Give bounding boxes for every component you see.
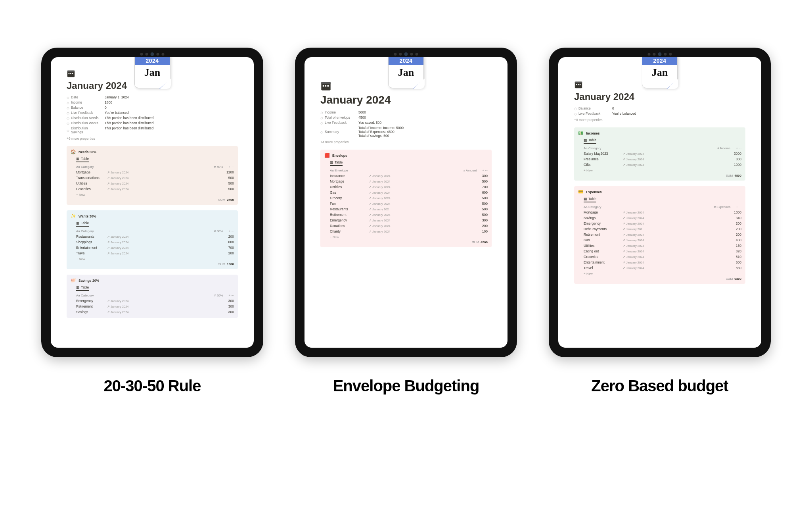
table-row[interactable]: Fun↗ January 2024500: [324, 201, 488, 206]
table-row[interactable]: Gifts↗ January 20241000: [578, 162, 741, 167]
envelope-icon: 🟥: [324, 153, 330, 158]
property-row[interactable]: ◇Balance0: [67, 106, 238, 110]
table-row[interactable]: Mortgage↗ January 20241300: [578, 210, 741, 215]
wants-heading: Wants 30%: [79, 214, 96, 218]
more-properties-toggle[interactable]: +6 more properties: [67, 137, 238, 140]
table-view-tab[interactable]: ▦ Table: [76, 156, 89, 162]
table-row[interactable]: Retirement↗ January 2024300: [71, 304, 234, 309]
table-row[interactable]: Grocery↗ January 2024500: [324, 195, 488, 201]
table-view-tab[interactable]: ▦ Table: [584, 137, 596, 144]
table-row[interactable]: Groceries↗ January 2024810: [578, 254, 741, 260]
property-row[interactable]: ◇Distribution WantsThis portion has been…: [67, 121, 238, 125]
svg-rect-6: [321, 82, 330, 84]
table-row[interactable]: Entertainment↗ January 2024600: [578, 260, 741, 265]
caption-3: Zero Based budget: [591, 377, 728, 395]
svg-rect-13: [578, 84, 579, 85]
table-row[interactable]: Donations↗ January 2024200: [324, 223, 488, 229]
table-row[interactable]: Groceries↗ January 2024500: [71, 186, 234, 192]
calendar-month: Jan: [135, 65, 170, 79]
savings-heading: Savings 20%: [79, 279, 99, 283]
more-properties-toggle[interactable]: +8 more properties: [574, 118, 745, 122]
incomes-panel: 💵Incomes ▦ Table Aa Category# Income+ ··…: [574, 127, 745, 181]
table-row[interactable]: Emergency↗ January 2024300: [324, 217, 488, 223]
table-row[interactable]: Restaurants↗ January 202500: [324, 206, 488, 212]
caption-1: 20-30-50 Rule: [104, 377, 201, 395]
svg-rect-9: [327, 85, 329, 87]
screen-1[interactable]: 2024 Jan January 2024 ◇DateJanuary 1, 20…: [51, 57, 254, 348]
more-properties-toggle[interactable]: +4 more properties: [320, 140, 492, 144]
svg-rect-3: [70, 73, 71, 74]
svg-rect-2: [69, 73, 70, 74]
table-row[interactable]: Mortgage↗ January 2024500: [324, 179, 488, 184]
svg-rect-1: [67, 71, 75, 72]
property-row[interactable]: ◇SummaryTotal of Income: Income: 5000Tot…: [320, 126, 492, 138]
screen-3[interactable]: 2024 Jan January 2024 ◇Balance0◇Live Fee…: [558, 57, 761, 348]
table-row[interactable]: Mortgage↗ January 20241200: [71, 169, 234, 175]
savings-panel: 🐖Savings 20% ▦ Table Aa Category# 20%+ ·…: [67, 275, 238, 318]
table-row[interactable]: Utilities↗ January 2024150: [578, 243, 741, 248]
table-row[interactable]: Travel↗ January 2024200: [71, 250, 234, 256]
table-row[interactable]: Freelance↗ January 2024800: [578, 156, 741, 162]
add-row[interactable]: + New: [71, 192, 234, 196]
piggy-icon: 🐖: [71, 278, 76, 283]
property-row[interactable]: ◇Live FeedbackYou saved: 500: [320, 121, 492, 125]
wants-panel: ✨Wants 30% ▦ Table Aa Category# 30%+ ···…: [67, 210, 238, 269]
table-row[interactable]: Insurance↗ January 2024300: [324, 173, 488, 179]
table-header: Aa Category# 20%+ ···: [71, 292, 234, 298]
table-row[interactable]: Travel↗ January 2024830: [578, 265, 741, 271]
svg-rect-14: [580, 84, 581, 85]
table-row[interactable]: Emergency↗ January 2024200: [578, 221, 741, 226]
table-row[interactable]: Emergency↗ January 2024300: [71, 298, 234, 304]
property-row[interactable]: ◇Distribution SavingsThis portion has be…: [67, 126, 238, 134]
house-icon: 🏠: [71, 149, 76, 154]
table-view-tab[interactable]: ▦ Table: [584, 196, 596, 202]
svg-rect-4: [72, 73, 73, 74]
add-row[interactable]: + New: [324, 234, 488, 239]
add-row[interactable]: + New: [578, 271, 741, 275]
table-row[interactable]: Shoppings↗ January 2024800: [71, 239, 234, 245]
tablet-row: 2024 Jan January 2024 ◇DateJanuary 1, 20…: [0, 0, 812, 411]
property-row[interactable]: ◇Live FeedbackYou're balanced: [574, 112, 745, 115]
table-row[interactable]: Utilities↗ January 2024500: [71, 181, 234, 186]
property-row[interactable]: ◇Income1800: [67, 100, 238, 104]
table-view-tab[interactable]: ▦ Table: [76, 220, 89, 227]
table-view-tab[interactable]: ▦ Table: [330, 160, 343, 166]
property-row[interactable]: ◇Total of envelops4500: [320, 115, 492, 119]
tablet-frame-2: 2024 Jan January 2024 ◇Income5000◇Total …: [295, 48, 517, 357]
expenses-heading: Expenses: [586, 190, 602, 194]
table-row[interactable]: Savings↗ January 2024340: [578, 215, 741, 221]
column-zerobased: 2024 Jan January 2024 ◇Balance0◇Live Fee…: [549, 48, 771, 395]
table-row[interactable]: Retirement↗ January 2024200: [578, 232, 741, 237]
table-row[interactable]: Charity↗ January 2024100: [324, 229, 488, 234]
calendar-badge-icon: 2024 Jan: [388, 57, 424, 88]
table-row[interactable]: Gas↗ January 2024400: [578, 237, 741, 243]
add-row[interactable]: + New: [71, 256, 234, 261]
money-icon: 💵: [578, 131, 584, 136]
table-row[interactable]: Gas↗ January 2024600: [324, 190, 488, 195]
calendar-badge-icon: 2024 Jan: [642, 57, 678, 88]
property-row[interactable]: ◇Distribution NeedsThis portion has been…: [67, 116, 238, 120]
table-row[interactable]: Salary May2023↗ January 20243000: [578, 151, 741, 156]
add-row[interactable]: + New: [578, 167, 741, 172]
property-row[interactable]: ◇Live FeedbackYou're balanced: [67, 111, 238, 115]
calendar-year: 2024: [135, 57, 170, 65]
screen-2[interactable]: 2024 Jan January 2024 ◇Income5000◇Total …: [304, 57, 508, 348]
table-row[interactable]: Transportations↗ January 2024500: [71, 175, 234, 181]
calendar-page-icon: [320, 80, 331, 91]
calendar-page-icon: [67, 69, 75, 78]
table-row[interactable]: Retirement↗ January 2024500: [324, 212, 488, 217]
property-row[interactable]: ◇DateJanuary 1, 2024: [67, 95, 238, 99]
table-row[interactable]: Untitlies↗ January 2024700: [324, 184, 488, 190]
property-row[interactable]: ◇Balance0: [574, 106, 745, 110]
table-row[interactable]: Savings↗ January 2024300: [71, 309, 234, 315]
calendar-badge-icon: 2024 Jan: [134, 57, 170, 88]
table-view-tab[interactable]: ▦ Table: [76, 285, 89, 291]
table-row[interactable]: Eating out↗ January 2024820: [578, 248, 741, 254]
page-title: January 2024: [574, 91, 745, 102]
property-row[interactable]: ◇Income5000: [320, 110, 492, 114]
table-row[interactable]: Debt Payments↗ January 202200: [578, 226, 741, 232]
table-row[interactable]: Restaurants↗ January 2024200: [71, 234, 234, 239]
expenses-panel: 💳Expenses ▦ Table Aa Category# Expenses+…: [574, 186, 745, 284]
table-row[interactable]: Entertainment↗ January 2024700: [71, 245, 234, 250]
table-header: Aa Category# 30%+ ···: [71, 228, 234, 234]
